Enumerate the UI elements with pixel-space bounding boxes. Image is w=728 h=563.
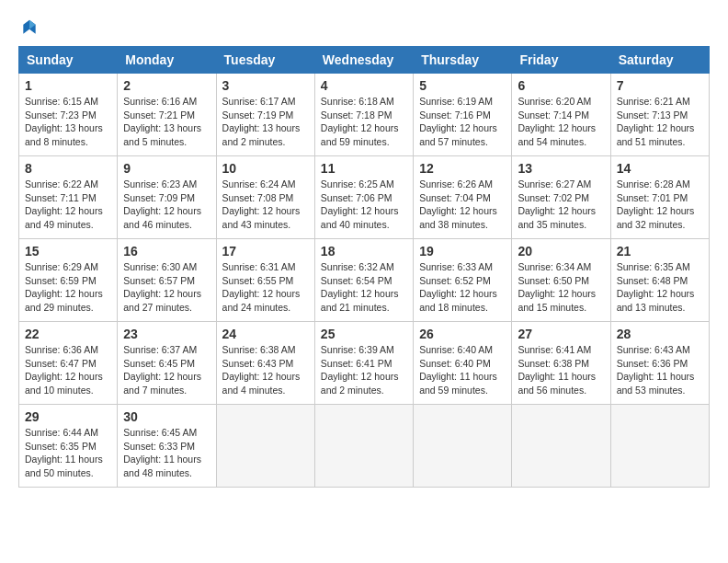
day-info: Sunrise: 6:24 AMSunset: 7:08 PMDaylight:…: [222, 178, 309, 232]
day-info: Sunrise: 6:39 AMSunset: 6:41 PMDaylight:…: [321, 343, 407, 397]
day-number: 20: [518, 244, 604, 259]
day-info: Sunrise: 6:30 AMSunset: 6:57 PMDaylight:…: [123, 260, 210, 315]
calendar-cell: 12Sunrise: 6:26 AMSunset: 7:04 PMDayligh…: [414, 156, 512, 239]
day-info: Sunrise: 6:32 AMSunset: 6:54 PMDaylight:…: [321, 260, 407, 315]
day-info: Sunrise: 6:28 AMSunset: 7:01 PMDaylight:…: [617, 178, 703, 232]
day-number: 13: [518, 161, 604, 176]
day-info: Sunrise: 6:35 AMSunset: 6:48 PMDaylight:…: [617, 260, 703, 315]
day-number: 18: [321, 244, 407, 259]
day-number: 8: [25, 161, 111, 176]
day-number: 9: [123, 161, 210, 176]
header-wednesday: Wednesday: [314, 47, 413, 74]
day-number: 23: [123, 327, 210, 341]
day-info: Sunrise: 6:45 AMSunset: 6:33 PMDaylight:…: [123, 426, 210, 480]
week-row-5: 29Sunrise: 6:44 AMSunset: 6:35 PMDayligh…: [19, 405, 710, 488]
day-number: 12: [419, 161, 506, 176]
day-number: 11: [321, 161, 407, 176]
calendar-cell: 25Sunrise: 6:39 AMSunset: 6:41 PMDayligh…: [314, 322, 413, 405]
day-number: 22: [25, 327, 111, 341]
day-info: Sunrise: 6:17 AMSunset: 7:19 PMDaylight:…: [222, 95, 309, 149]
day-number: 14: [617, 161, 703, 176]
day-info: Sunrise: 6:16 AMSunset: 7:21 PMDaylight:…: [123, 95, 210, 149]
calendar-cell: 5Sunrise: 6:19 AMSunset: 7:16 PMDaylight…: [414, 74, 512, 156]
calendar: SundayMondayTuesdayWednesdayThursdayFrid…: [18, 46, 710, 488]
day-info: Sunrise: 6:18 AMSunset: 7:18 PMDaylight:…: [321, 95, 407, 149]
day-number: 1: [25, 78, 111, 93]
week-row-2: 8Sunrise: 6:22 AMSunset: 7:11 PMDaylight…: [19, 156, 710, 239]
day-info: Sunrise: 6:36 AMSunset: 6:47 PMDaylight:…: [25, 343, 111, 397]
calendar-cell: 19Sunrise: 6:33 AMSunset: 6:52 PMDayligh…: [414, 239, 512, 322]
calendar-cell: 1Sunrise: 6:15 AMSunset: 7:23 PMDaylight…: [19, 74, 118, 156]
day-info: Sunrise: 6:22 AMSunset: 7:11 PMDaylight:…: [25, 178, 111, 232]
day-number: 7: [617, 78, 703, 93]
calendar-cell: 14Sunrise: 6:28 AMSunset: 7:01 PMDayligh…: [610, 156, 709, 239]
day-info: Sunrise: 6:21 AMSunset: 7:13 PMDaylight:…: [617, 95, 703, 149]
calendar-header-row: SundayMondayTuesdayWednesdayThursdayFrid…: [19, 47, 710, 74]
calendar-cell: 29Sunrise: 6:44 AMSunset: 6:35 PMDayligh…: [19, 405, 118, 488]
calendar-cell: [414, 405, 512, 488]
day-info: Sunrise: 6:37 AMSunset: 6:45 PMDaylight:…: [123, 343, 210, 397]
calendar-cell: 10Sunrise: 6:24 AMSunset: 7:08 PMDayligh…: [216, 156, 314, 239]
calendar-cell: 22Sunrise: 6:36 AMSunset: 6:47 PMDayligh…: [19, 322, 118, 405]
day-info: Sunrise: 6:26 AMSunset: 7:04 PMDaylight:…: [419, 178, 506, 232]
calendar-cell: [314, 405, 413, 488]
day-info: Sunrise: 6:44 AMSunset: 6:35 PMDaylight:…: [25, 426, 111, 480]
calendar-cell: 15Sunrise: 6:29 AMSunset: 6:59 PMDayligh…: [19, 239, 118, 322]
page-header: [18, 18, 710, 37]
day-number: 6: [518, 78, 604, 93]
calendar-cell: 8Sunrise: 6:22 AMSunset: 7:11 PMDaylight…: [19, 156, 118, 239]
calendar-cell: 4Sunrise: 6:18 AMSunset: 7:18 PMDaylight…: [314, 74, 413, 156]
day-info: Sunrise: 6:38 AMSunset: 6:43 PMDaylight:…: [222, 343, 309, 397]
day-info: Sunrise: 6:34 AMSunset: 6:50 PMDaylight:…: [518, 260, 604, 315]
day-number: 10: [222, 161, 309, 176]
day-number: 21: [617, 244, 703, 259]
calendar-cell: 17Sunrise: 6:31 AMSunset: 6:55 PMDayligh…: [216, 239, 314, 322]
header-tuesday: Tuesday: [216, 47, 314, 74]
day-info: Sunrise: 6:19 AMSunset: 7:16 PMDaylight:…: [419, 95, 506, 149]
week-row-4: 22Sunrise: 6:36 AMSunset: 6:47 PMDayligh…: [19, 322, 710, 405]
header-saturday: Saturday: [610, 47, 709, 74]
calendar-cell: 20Sunrise: 6:34 AMSunset: 6:50 PMDayligh…: [512, 239, 610, 322]
day-number: 27: [518, 327, 604, 341]
day-info: Sunrise: 6:29 AMSunset: 6:59 PMDaylight:…: [25, 260, 111, 315]
day-number: 16: [123, 244, 210, 259]
calendar-cell: [512, 405, 610, 488]
header-friday: Friday: [512, 47, 610, 74]
calendar-cell: 27Sunrise: 6:41 AMSunset: 6:38 PMDayligh…: [512, 322, 610, 405]
day-number: 4: [321, 78, 407, 93]
week-row-1: 1Sunrise: 6:15 AMSunset: 7:23 PMDaylight…: [19, 74, 710, 156]
day-info: Sunrise: 6:20 AMSunset: 7:14 PMDaylight:…: [518, 95, 604, 149]
day-info: Sunrise: 6:25 AMSunset: 7:06 PMDaylight:…: [321, 178, 407, 232]
day-number: 28: [617, 327, 703, 341]
day-info: Sunrise: 6:15 AMSunset: 7:23 PMDaylight:…: [25, 95, 111, 149]
day-number: 29: [25, 409, 111, 424]
day-number: 15: [25, 244, 111, 259]
calendar-cell: 6Sunrise: 6:20 AMSunset: 7:14 PMDaylight…: [512, 74, 610, 156]
calendar-cell: 28Sunrise: 6:43 AMSunset: 6:36 PMDayligh…: [610, 322, 709, 405]
day-info: Sunrise: 6:33 AMSunset: 6:52 PMDaylight:…: [419, 260, 506, 315]
calendar-cell: 24Sunrise: 6:38 AMSunset: 6:43 PMDayligh…: [216, 322, 314, 405]
day-number: 2: [123, 78, 210, 93]
logo-icon: [20, 18, 39, 37]
calendar-cell: 11Sunrise: 6:25 AMSunset: 7:06 PMDayligh…: [314, 156, 413, 239]
day-info: Sunrise: 6:43 AMSunset: 6:36 PMDaylight:…: [617, 343, 703, 397]
day-info: Sunrise: 6:41 AMSunset: 6:38 PMDaylight:…: [518, 343, 604, 397]
day-info: Sunrise: 6:23 AMSunset: 7:09 PMDaylight:…: [123, 178, 210, 232]
header-monday: Monday: [118, 47, 216, 74]
calendar-cell: 3Sunrise: 6:17 AMSunset: 7:19 PMDaylight…: [216, 74, 314, 156]
logo: [18, 18, 39, 37]
calendar-cell: 13Sunrise: 6:27 AMSunset: 7:02 PMDayligh…: [512, 156, 610, 239]
calendar-cell: 30Sunrise: 6:45 AMSunset: 6:33 PMDayligh…: [118, 405, 216, 488]
day-number: 5: [419, 78, 506, 93]
calendar-cell: 23Sunrise: 6:37 AMSunset: 6:45 PMDayligh…: [118, 322, 216, 405]
day-number: 19: [419, 244, 506, 259]
day-number: 25: [321, 327, 407, 341]
day-number: 3: [222, 78, 309, 93]
day-number: 30: [123, 409, 210, 424]
day-info: Sunrise: 6:27 AMSunset: 7:02 PMDaylight:…: [518, 178, 604, 232]
day-number: 26: [419, 327, 506, 341]
calendar-cell: 7Sunrise: 6:21 AMSunset: 7:13 PMDaylight…: [610, 74, 709, 156]
day-number: 24: [222, 327, 309, 341]
calendar-cell: [216, 405, 314, 488]
header-thursday: Thursday: [414, 47, 512, 74]
